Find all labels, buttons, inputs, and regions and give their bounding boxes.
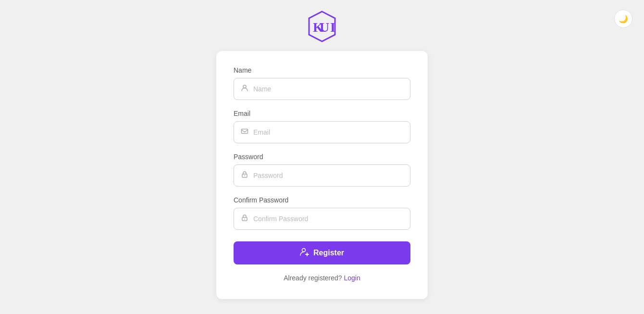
register-button-label: Register [313, 249, 344, 257]
dark-mode-button[interactable]: 🌙 [614, 10, 632, 28]
svg-point-4 [243, 85, 246, 88]
confirm-password-input-wrapper [234, 208, 410, 230]
login-link[interactable]: Login [344, 274, 360, 282]
svg-rect-5 [242, 129, 248, 134]
svg-text:U: U [320, 20, 329, 35]
person-icon [241, 84, 248, 94]
envelope-icon [241, 127, 248, 137]
name-input-wrapper [234, 78, 410, 100]
email-label: Email [234, 110, 410, 117]
register-button[interactable]: Register [234, 241, 410, 264]
header: K U I 🌙 [0, 0, 644, 51]
svg-point-7 [244, 176, 245, 176]
user-add-icon [300, 247, 310, 259]
logo: K U I [305, 10, 339, 43]
email-field-group: Email [234, 110, 410, 143]
svg-text:I: I [330, 20, 335, 35]
svg-point-9 [244, 219, 245, 220]
svg-point-10 [302, 249, 305, 252]
name-label: Name [234, 66, 410, 74]
confirm-password-label: Confirm Password [234, 196, 410, 204]
moon-icon: 🌙 [619, 14, 628, 24]
password-label: Password [234, 153, 410, 161]
confirm-password-input[interactable] [253, 215, 403, 223]
already-registered-text: Already registered? Login [234, 274, 410, 282]
email-input-wrapper [234, 121, 410, 143]
email-input[interactable] [253, 128, 403, 136]
password-input-wrapper [234, 164, 410, 187]
logo-icon: K U I [305, 10, 339, 43]
register-form-card: Name Email Password [216, 51, 428, 299]
lock-icon-password [241, 171, 248, 180]
name-field-group: Name [234, 66, 410, 100]
password-input[interactable] [253, 172, 403, 179]
password-field-group: Password [234, 153, 410, 187]
name-input[interactable] [253, 85, 403, 93]
lock-icon-confirm [241, 214, 248, 224]
confirm-password-field-group: Confirm Password [234, 196, 410, 230]
